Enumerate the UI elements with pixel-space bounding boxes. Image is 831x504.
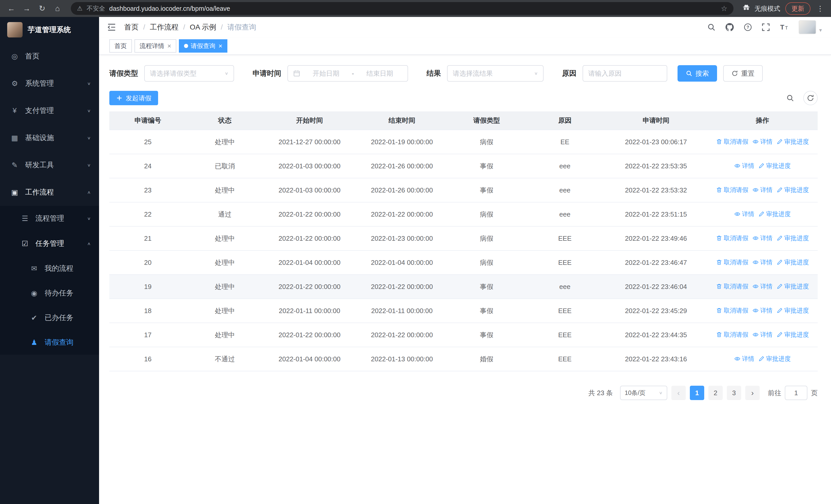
- update-button[interactable]: 更新: [785, 2, 810, 15]
- goto-page-input[interactable]: [785, 386, 807, 400]
- cancel-icon: [716, 235, 722, 241]
- next-page-button[interactable]: ›: [745, 386, 760, 400]
- sidebar-item-workflow[interactable]: ▣工作流程∧: [0, 179, 99, 206]
- action-progress-link[interactable]: 审批进度: [758, 355, 791, 363]
- browser-home-icon[interactable]: ⌂: [52, 5, 63, 12]
- svg-text:T: T: [785, 25, 788, 31]
- cell-id: 21: [109, 226, 186, 250]
- security-warning-icon[interactable]: ⚠: [77, 5, 83, 12]
- browser-forward-icon[interactable]: →: [22, 5, 32, 12]
- table-row: 16不通过2022-01-04 00:00:002022-01-13 00:00…: [109, 347, 818, 371]
- action-progress-link[interactable]: 审批进度: [777, 186, 809, 194]
- action-progress-link[interactable]: 审批进度: [758, 162, 791, 170]
- table-header: 申请编号状态开始时间结束时间请假类型原因申请时间操作: [109, 111, 818, 130]
- action-progress-link[interactable]: 审批进度: [777, 282, 809, 291]
- cell-actions: 详情审批进度: [707, 202, 818, 226]
- sidebar-item-todo-task[interactable]: ◉待办任务: [0, 281, 99, 305]
- action-detail-link[interactable]: 详情: [752, 138, 773, 146]
- tab-process-detail[interactable]: 流程详情×: [135, 39, 176, 53]
- browser-reload-icon[interactable]: ↻: [37, 5, 47, 12]
- action-detail-link[interactable]: 详情: [734, 162, 754, 170]
- app-logo[interactable]: 芋道管理系统: [0, 17, 99, 42]
- cell-actions: 取消请假详情审批进度: [707, 250, 818, 274]
- close-icon[interactable]: ×: [167, 42, 171, 49]
- action-progress-link[interactable]: 审批进度: [777, 330, 809, 339]
- cell-reason: EEE: [525, 226, 605, 250]
- browser-menu-icon[interactable]: ⋮: [815, 4, 825, 13]
- page-button-1[interactable]: 1: [690, 386, 704, 400]
- refresh-icon[interactable]: [803, 91, 818, 105]
- action-progress-link[interactable]: 审批进度: [777, 138, 809, 146]
- reason-input[interactable]: [582, 65, 667, 82]
- action-cancel-link[interactable]: 取消请假: [716, 282, 748, 291]
- font-size-icon[interactable]: TT: [780, 23, 789, 31]
- sidebar-item-system[interactable]: ⚙系统管理∨: [0, 70, 99, 97]
- breadcrumb-item[interactable]: 首页: [124, 22, 139, 32]
- help-icon[interactable]: ?: [744, 23, 752, 31]
- create-leave-button[interactable]: 发起请假: [109, 91, 158, 105]
- action-cancel-link[interactable]: 取消请假: [716, 186, 748, 194]
- sidebar-item-infra[interactable]: ▦基础设施∨: [0, 124, 99, 151]
- chevron-down-icon: ∨: [534, 71, 538, 76]
- action-progress-link[interactable]: 审批进度: [777, 234, 809, 242]
- address-bar[interactable]: ⚠ 不安全 dashboard.yudao.iocoder.cn/bpm/oa/…: [71, 2, 734, 15]
- action-cancel-link[interactable]: 取消请假: [716, 138, 748, 146]
- result-placeholder: 请选择流结果: [453, 69, 530, 78]
- action-detail-link[interactable]: 详情: [752, 258, 773, 266]
- sidebar-item-leave-query[interactable]: ♟请假查询: [0, 330, 99, 355]
- cell-end-time: 2022-01-23 00:00:00: [356, 226, 448, 250]
- close-icon[interactable]: ×: [219, 42, 222, 49]
- github-icon[interactable]: [725, 23, 734, 32]
- sidebar-item-payment[interactable]: ¥支付管理∨: [0, 97, 99, 124]
- browser-toolbar: ← → ↻ ⌂ ⚠ 不安全 dashboard.yudao.iocoder.cn…: [0, 0, 831, 17]
- incognito-badge: 无痕模式: [742, 3, 780, 14]
- apply-time-range-picker[interactable]: 开始日期 - 结束日期: [287, 65, 408, 82]
- breadcrumb-item[interactable]: 工作流程: [150, 22, 179, 32]
- cell-leave-type: 事假: [448, 154, 525, 178]
- action-detail-link[interactable]: 详情: [752, 234, 773, 242]
- action-label: 详情: [742, 355, 754, 363]
- tab-leave-query[interactable]: 请假查询×: [179, 39, 227, 53]
- toggle-search-icon[interactable]: [786, 94, 794, 102]
- cell-start-time: 2022-01-04 00:00:00: [263, 347, 356, 371]
- search-button[interactable]: 搜索: [678, 65, 717, 82]
- result-select[interactable]: 请选择流结果 ∨: [447, 65, 544, 82]
- sidebar-item-devtools[interactable]: ✎研发工具∨: [0, 151, 99, 179]
- sidebar-item-home[interactable]: ◎首页: [0, 42, 99, 70]
- page-size-select[interactable]: 10条/页 ∨: [620, 386, 667, 400]
- sidebar-item-my-process[interactable]: ✉我的流程: [0, 256, 99, 281]
- action-progress-link[interactable]: 审批进度: [758, 210, 791, 218]
- action-detail-link[interactable]: 详情: [752, 330, 773, 339]
- range-separator: -: [352, 69, 354, 78]
- prev-page-button[interactable]: ‹: [671, 386, 686, 400]
- fullscreen-icon[interactable]: [762, 23, 770, 31]
- action-detail-link[interactable]: 详情: [752, 186, 773, 194]
- action-detail-link[interactable]: 详情: [734, 355, 754, 363]
- breadcrumb-item[interactable]: OA 示例: [190, 22, 216, 32]
- reset-button[interactable]: 重置: [723, 65, 763, 82]
- page-button-2[interactable]: 2: [708, 386, 723, 400]
- action-cancel-link[interactable]: 取消请假: [716, 258, 748, 266]
- action-cancel-link[interactable]: 取消请假: [716, 306, 748, 315]
- sidebar-item-done-task[interactable]: ✔已办任务: [0, 305, 99, 330]
- leave-type-select[interactable]: 请选择请假类型 ∨: [144, 65, 234, 82]
- search-icon[interactable]: [707, 23, 716, 31]
- progress-icon: [777, 259, 783, 265]
- action-detail-link[interactable]: 详情: [734, 210, 754, 218]
- sidebar-collapse-icon[interactable]: [107, 23, 116, 32]
- user-menu[interactable]: ▼: [799, 20, 823, 34]
- sidebar-item-task-mgmt[interactable]: ☑任务管理∧: [0, 231, 99, 256]
- action-cancel-link[interactable]: 取消请假: [716, 330, 748, 339]
- action-detail-link[interactable]: 详情: [752, 282, 773, 291]
- bookmark-star-icon[interactable]: ☆: [721, 4, 727, 13]
- action-progress-link[interactable]: 审批进度: [777, 258, 809, 266]
- action-detail-link[interactable]: 详情: [752, 306, 773, 315]
- action-progress-link[interactable]: 审批进度: [777, 306, 809, 315]
- briefcase-icon: ▣: [10, 188, 19, 197]
- browser-back-icon[interactable]: ←: [6, 5, 17, 12]
- page-buttons: 123: [690, 386, 741, 400]
- tab-home[interactable]: 首页: [109, 39, 132, 53]
- sidebar-item-process-mgmt[interactable]: ☰流程管理∨: [0, 206, 99, 231]
- action-cancel-link[interactable]: 取消请假: [716, 234, 748, 242]
- page-button-3[interactable]: 3: [727, 386, 741, 400]
